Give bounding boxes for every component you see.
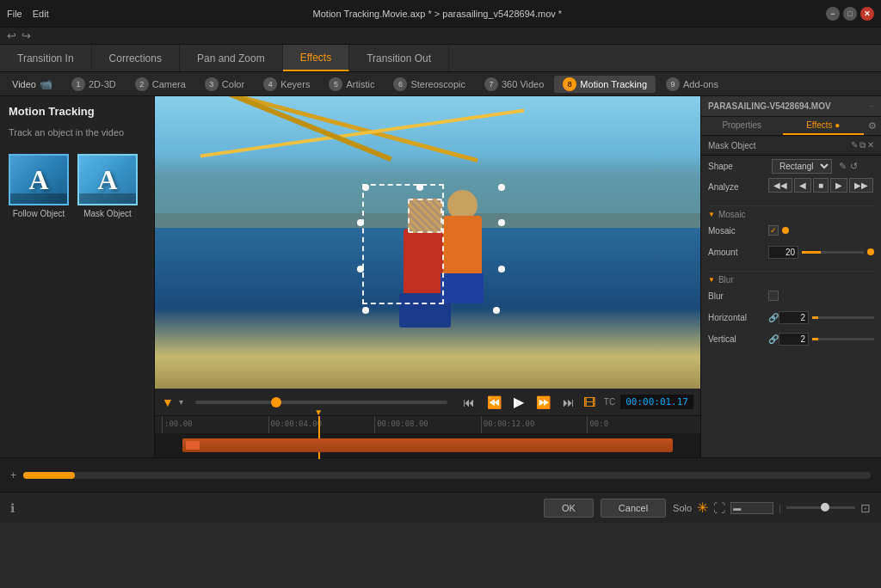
effects-tab-color[interactable]: 3 Color (196, 76, 253, 93)
effects-tab-camera[interactable]: 2 Camera (126, 76, 194, 93)
effect-title: Motion Tracking (9, 105, 145, 118)
amount-input[interactable]: 20 (768, 246, 798, 259)
tab-transition-out[interactable]: Transition Out (349, 45, 449, 71)
mask-edit-button[interactable]: ✎ (851, 140, 858, 150)
minimize-button[interactable]: − (826, 7, 840, 21)
video-area (155, 96, 700, 389)
add-track-button[interactable]: + (10, 469, 16, 481)
play-button[interactable]: ▶ (510, 392, 527, 412)
effects-tab-stereoscopic[interactable]: 6 Stereoscopic (385, 76, 474, 93)
info-icon[interactable]: ℹ (10, 501, 15, 515)
effects-tab-motion-tracking[interactable]: 8 Motion Tracking (554, 76, 656, 93)
follow-object-icon[interactable]: A (9, 154, 69, 205)
blur-collapse-icon[interactable]: ▼ (708, 276, 715, 284)
mosaic-collapse-icon[interactable]: ▼ (708, 211, 715, 218)
analyze-next-button[interactable]: ▶ (830, 178, 847, 193)
mosaic-keyframe-dot (782, 227, 789, 234)
mask-delete-button[interactable]: ✕ (867, 140, 874, 150)
analyze-next-all-button[interactable]: ▶▶ (849, 178, 873, 193)
shape-edit-icon[interactable]: ✎ (839, 161, 847, 172)
vertical-slider[interactable] (812, 338, 874, 340)
step-back-button[interactable]: ⏪ (484, 394, 505, 411)
close-button[interactable]: ✕ (860, 7, 874, 21)
person2-body (443, 216, 482, 276)
horizontal-slider[interactable] (812, 316, 874, 319)
effects-tab-video[interactable]: Video 📹 (3, 77, 61, 92)
analyze-buttons: ◀◀ ◀ ■ ▶ ▶▶ (768, 178, 873, 193)
transport-bar: ▼ ▾ ⏮ ⏪ ▶ ⏩ ⏭ 🎞 TC 00:00:01.17 (155, 389, 700, 416)
effects-tab-addons[interactable]: 9 Add-ons (657, 76, 727, 93)
mosaic-label: Mosaic (708, 226, 768, 236)
panel-settings-button[interactable]: ⚙ (864, 117, 881, 135)
effects-tab[interactable]: Effects ● (783, 117, 865, 135)
timeline-track[interactable] (155, 433, 700, 457)
analyze-prev-all-button[interactable]: ◀◀ (768, 178, 792, 193)
mask-copy-button[interactable]: ⧉ (859, 140, 866, 150)
effects-tab-artistic[interactable]: 5 Artistic (320, 76, 383, 93)
window-title: Motion Tracking.Movie.axp * > parasailin… (49, 9, 826, 19)
shape-label: Shape (708, 162, 768, 171)
step-forward-button[interactable]: ⏩ (533, 394, 554, 411)
effects-tab-2d3d[interactable]: 1 2D-3D (63, 76, 125, 93)
effect-description: Track an object in the video (9, 126, 145, 138)
track-point-9 (493, 307, 500, 314)
title-bar: File Edit Motion Tracking.Movie.axp * > … (0, 0, 881, 28)
ok-button[interactable]: OK (544, 499, 594, 518)
properties-tab[interactable]: Properties (701, 117, 783, 135)
zoom-slider[interactable] (786, 506, 855, 509)
tab-corrections[interactable]: Corrections (92, 45, 180, 71)
horizontal-scrollbar[interactable] (23, 472, 871, 479)
horizontal-link-icon[interactable]: 🔗 (768, 313, 779, 322)
right-panel-header: PARASAILING-V5428694.MOV − (701, 96, 881, 117)
mosaic-section: ▼ Mosaic Mosaic ✓ Amount 20 (701, 202, 881, 267)
clip-thumbnail (186, 441, 200, 450)
effects-tab-360[interactable]: 7 360 Video (476, 76, 552, 93)
vertical-row: Vertical 🔗 2 (708, 329, 874, 348)
vertical-link-icon[interactable]: 🔗 (768, 334, 779, 344)
cancel-button[interactable]: Cancel (601, 499, 666, 518)
expand-icon[interactable]: ⛶ (713, 501, 725, 515)
amount-slider[interactable] (802, 251, 864, 254)
ruler-mark-3: 00:00:12.00 (481, 416, 588, 433)
mask-controls: ✎ ⧉ ✕ (851, 140, 874, 150)
effects-tab-keyers[interactable]: 4 Keyers (255, 76, 318, 93)
panel-close-button[interactable]: − (869, 101, 874, 111)
blur-checkbox[interactable] (768, 291, 779, 301)
clip-bar (182, 438, 674, 452)
amount-slider-fill (802, 251, 821, 254)
right-panel: PARASAILING-V5428694.MOV − Properties Ef… (700, 96, 881, 457)
timeline-scrubber[interactable] (195, 401, 447, 404)
mask-object-icon[interactable]: A (77, 154, 138, 205)
undo-button[interactable]: ↩ (7, 29, 16, 42)
track-point-1 (362, 184, 369, 191)
effects-nav: Video 📹 1 2D-3D 2 Camera 3 Color 4 Keyer… (0, 72, 881, 96)
compass-icon[interactable]: ✳ (697, 499, 708, 516)
maximize-button[interactable]: □ (843, 7, 857, 21)
redo-button[interactable]: ↪ (22, 29, 31, 42)
tab-transition-in[interactable]: Transition In (0, 45, 92, 71)
tab-effects[interactable]: Effects (283, 45, 349, 71)
display-mode-select[interactable]: ▬ (730, 502, 773, 514)
mosaic-checkbox[interactable]: ✓ (768, 225, 779, 236)
blur-section-header: ▼ Blur (708, 271, 874, 286)
fullscreen-icon[interactable]: ⊡ (860, 501, 871, 515)
analyze-prev-button[interactable]: ◀ (794, 178, 811, 193)
menu-bar[interactable]: File Edit (7, 9, 49, 19)
go-to-start-button[interactable]: ⏮ (459, 394, 478, 411)
vertical-input[interactable]: 2 (779, 333, 809, 346)
file-menu[interactable]: File (7, 9, 22, 19)
clip-menu[interactable]: ▾ (179, 397, 183, 407)
center-area: ▼ ▾ ⏮ ⏪ ▶ ⏩ ⏭ 🎞 TC 00:00:01.17 :00.00 00… (155, 96, 700, 457)
tab-pan-zoom[interactable]: Pan and Zoom (180, 45, 283, 71)
analyze-stop-button[interactable]: ■ (813, 178, 829, 193)
go-to-end-button[interactable]: ⏭ (559, 394, 578, 411)
horizontal-slider-fill (812, 316, 818, 319)
shape-reset-icon[interactable]: ↺ (850, 161, 858, 172)
amount-label: Amount (708, 248, 768, 257)
shape-select[interactable]: Rectangle Ellipse (772, 159, 832, 174)
edit-menu[interactable]: Edit (33, 9, 49, 19)
horizontal-input[interactable]: 2 (779, 311, 809, 324)
window-controls[interactable]: − □ ✕ (826, 7, 874, 21)
effect-icons: A Follow Object A Mask Object (9, 154, 145, 218)
clip-indicator: ▼ (162, 395, 174, 409)
